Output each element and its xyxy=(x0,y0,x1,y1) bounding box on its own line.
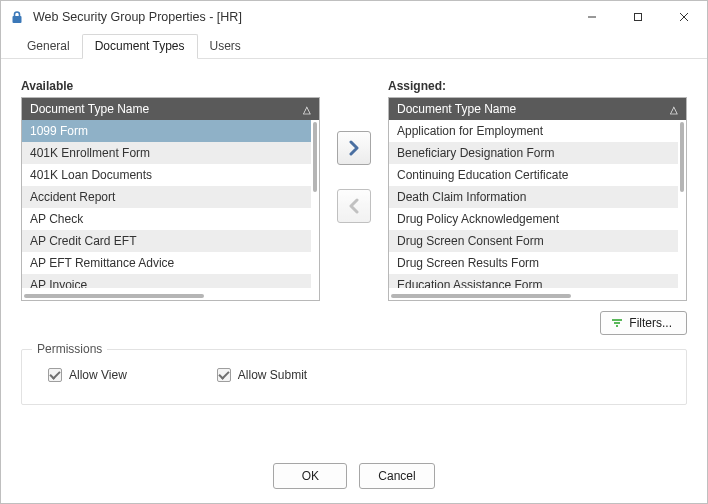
sort-ascending-icon: △ xyxy=(670,104,678,115)
tab-general[interactable]: General xyxy=(15,35,82,58)
filters-button[interactable]: Filters... xyxy=(600,311,687,335)
permissions-row: Allow View Allow Submit xyxy=(48,368,660,382)
window-frame: Web Security Group Properties - [HR] Gen… xyxy=(0,0,708,504)
available-panel: Available Document Type Name △ 1099 Form… xyxy=(21,79,320,301)
assigned-list[interactable]: Document Type Name △ Application for Emp… xyxy=(388,97,687,301)
available-label: Available xyxy=(21,79,320,93)
list-item[interactable]: AP EFT Remittance Advice xyxy=(22,252,311,274)
maximize-button[interactable] xyxy=(615,1,661,33)
list-item[interactable]: Drug Screen Results Form xyxy=(389,252,678,274)
list-item[interactable]: Accident Report xyxy=(22,186,311,208)
assigned-body: Application for EmploymentBeneficiary De… xyxy=(389,120,686,300)
filter-icon xyxy=(611,318,623,328)
assign-button[interactable] xyxy=(337,131,371,165)
content-area: Available Document Type Name △ 1099 Form… xyxy=(1,59,707,451)
dual-list: Available Document Type Name △ 1099 Form… xyxy=(21,79,687,301)
permissions-legend: Permissions xyxy=(32,342,107,356)
list-item[interactable]: Drug Screen Consent Form xyxy=(389,230,678,252)
cancel-button[interactable]: Cancel xyxy=(359,463,434,489)
assigned-panel: Assigned: Document Type Name △ Applicati… xyxy=(388,79,687,301)
assigned-header-text: Document Type Name xyxy=(397,102,516,116)
tab-document-types[interactable]: Document Types xyxy=(82,34,198,59)
scrollbar-vertical[interactable] xyxy=(680,122,684,192)
filters-label: Filters... xyxy=(629,316,672,330)
svg-rect-2 xyxy=(635,14,642,21)
allow-submit-checkbox[interactable]: Allow Submit xyxy=(217,368,307,382)
available-list[interactable]: Document Type Name △ 1099 Form401K Enrol… xyxy=(21,97,320,301)
allow-submit-label: Allow Submit xyxy=(238,368,307,382)
scrollbar-horizontal[interactable] xyxy=(391,294,571,298)
minimize-button[interactable] xyxy=(569,1,615,33)
permissions-group: Permissions Allow View Allow Submit xyxy=(21,349,687,405)
list-item[interactable]: 401K Loan Documents xyxy=(22,164,311,186)
available-header-text: Document Type Name xyxy=(30,102,149,116)
checkbox-icon xyxy=(48,368,62,382)
list-item[interactable]: Death Claim Information xyxy=(389,186,678,208)
titlebar: Web Security Group Properties - [HR] xyxy=(1,1,707,33)
list-item[interactable]: AP Check xyxy=(22,208,311,230)
list-item[interactable]: Education Assistance Form xyxy=(389,274,678,288)
scrollbar-vertical[interactable] xyxy=(313,122,317,192)
list-item[interactable]: Drug Policy Acknowledgement xyxy=(389,208,678,230)
filters-row: Filters... xyxy=(21,311,687,335)
close-button[interactable] xyxy=(661,1,707,33)
allow-view-label: Allow View xyxy=(69,368,127,382)
lock-icon xyxy=(9,9,25,25)
window-title: Web Security Group Properties - [HR] xyxy=(33,10,569,24)
checkbox-icon xyxy=(217,368,231,382)
svg-rect-6 xyxy=(614,322,620,324)
available-body: 1099 Form401K Enrollment Form401K Loan D… xyxy=(22,120,319,300)
button-bar: OK Cancel xyxy=(1,451,707,503)
allow-view-checkbox[interactable]: Allow View xyxy=(48,368,127,382)
svg-rect-5 xyxy=(612,319,622,321)
transfer-column xyxy=(334,79,374,223)
svg-rect-0 xyxy=(13,16,22,23)
tab-row: General Document Types Users xyxy=(1,33,707,59)
tab-users[interactable]: Users xyxy=(198,35,253,58)
list-item[interactable]: 1099 Form xyxy=(22,120,311,142)
chevron-left-icon xyxy=(346,198,362,214)
list-item[interactable]: Continuing Education Certificate xyxy=(389,164,678,186)
list-item[interactable]: Application for Employment xyxy=(389,120,678,142)
list-item[interactable]: AP Credit Card EFT xyxy=(22,230,311,252)
assigned-column-header[interactable]: Document Type Name △ xyxy=(389,98,686,120)
chevron-right-icon xyxy=(346,140,362,156)
sort-ascending-icon: △ xyxy=(303,104,311,115)
list-item[interactable]: AP Invoice xyxy=(22,274,311,288)
available-column-header[interactable]: Document Type Name △ xyxy=(22,98,319,120)
scrollbar-horizontal[interactable] xyxy=(24,294,204,298)
window-controls xyxy=(569,1,707,33)
svg-rect-7 xyxy=(616,325,618,327)
ok-button[interactable]: OK xyxy=(273,463,347,489)
list-item[interactable]: 401K Enrollment Form xyxy=(22,142,311,164)
list-item[interactable]: Beneficiary Designation Form xyxy=(389,142,678,164)
assigned-label: Assigned: xyxy=(388,79,687,93)
unassign-button[interactable] xyxy=(337,189,371,223)
